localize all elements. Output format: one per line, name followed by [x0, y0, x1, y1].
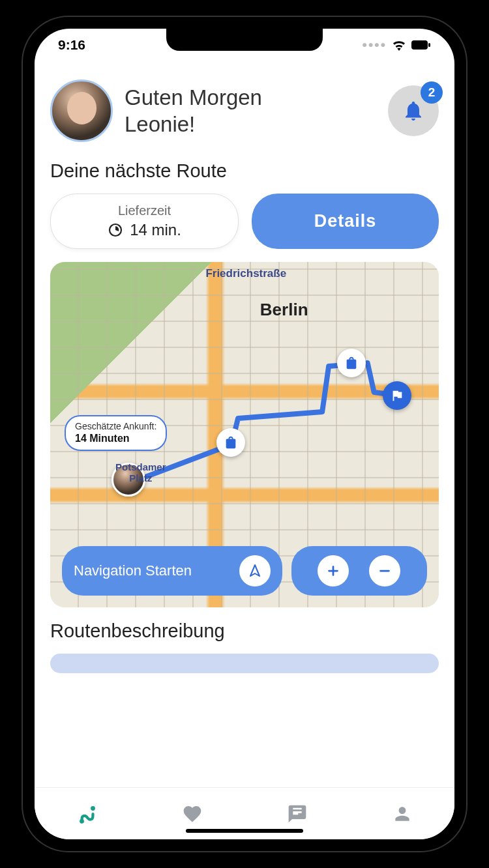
svg-rect-1	[428, 43, 430, 47]
zoom-controls	[291, 546, 427, 596]
delivery-time-label: Lieferzeit	[118, 203, 171, 218]
svg-rect-0	[411, 40, 428, 50]
map-stop-1[interactable]	[216, 428, 245, 457]
navigation-arrow-icon	[247, 563, 263, 579]
route-icon	[76, 803, 98, 825]
status-time: 9:16	[58, 37, 85, 53]
chat-icon	[287, 803, 308, 824]
route-description-title: Routenbeschreibung	[50, 620, 439, 642]
map-destination[interactable]	[383, 381, 411, 410]
header-row: Guten Morgen Leonie! 2	[50, 80, 439, 142]
details-button[interactable]: Details	[252, 194, 439, 249]
greeting-line1: Guten Morgen	[125, 85, 262, 109]
eta-label: Geschätzte Ankunft:	[75, 420, 156, 432]
details-button-label: Details	[314, 211, 377, 231]
minus-icon	[378, 564, 392, 578]
tab-profile[interactable]	[389, 801, 415, 827]
greeting-text: Guten Morgen Leonie!	[125, 84, 376, 138]
tab-favorites[interactable]	[179, 801, 205, 827]
bag-icon	[344, 356, 359, 370]
person-icon	[392, 803, 413, 824]
start-navigation-button[interactable]: Navigation Starten	[62, 546, 282, 596]
flag-icon	[390, 388, 404, 403]
tab-messages[interactable]	[284, 801, 310, 827]
home-indicator[interactable]	[186, 829, 303, 833]
svg-point-4	[91, 806, 95, 811]
cellular-dots-icon: ••••	[363, 37, 387, 53]
main-content: Guten Morgen Leonie! 2 Deine nächste Rou…	[35, 68, 454, 787]
clock-icon	[108, 222, 123, 238]
nav-arrow-circle	[239, 555, 271, 586]
plus-icon	[326, 564, 340, 578]
user-avatar[interactable]	[50, 80, 113, 142]
wifi-icon	[392, 39, 406, 51]
start-navigation-label: Navigation Starten	[74, 562, 192, 579]
screen: 9:16 •••• Guten Morgen Leonie! 2 Deine n…	[35, 29, 454, 839]
notification-badge: 2	[421, 81, 443, 104]
map-controls: Navigation Starten	[62, 546, 427, 596]
map-label-square: Potsdamer Platz	[115, 461, 166, 484]
notch	[166, 29, 323, 51]
battery-icon	[411, 40, 431, 50]
eta-bubble: Geschätzte Ankunft: 14 Minuten	[65, 415, 167, 451]
route-summary-row: Lieferzeit 14 min. Details	[50, 194, 439, 249]
route-description-card[interactable]	[50, 654, 439, 673]
greeting-line2: Leonie!	[125, 112, 195, 136]
zoom-out-button[interactable]	[369, 555, 400, 586]
phone-frame: 9:16 •••• Guten Morgen Leonie! 2 Deine n…	[23, 17, 466, 851]
notifications-button[interactable]: 2	[388, 85, 439, 136]
delivery-time-value: 14 min.	[130, 221, 181, 239]
svg-point-3	[80, 818, 84, 823]
route-map[interactable]: Friedrichstraße Berlin Geschätzte Ankunf…	[50, 262, 439, 607]
next-route-title: Deine nächste Route	[50, 160, 439, 182]
bag-icon	[224, 435, 238, 450]
tab-routes[interactable]	[74, 801, 100, 827]
bell-icon	[402, 99, 425, 123]
heart-icon	[182, 803, 203, 824]
zoom-in-button[interactable]	[318, 555, 349, 586]
delivery-time-pill: Lieferzeit 14 min.	[50, 194, 239, 249]
map-stop-2[interactable]	[337, 349, 366, 377]
status-icons: ••••	[363, 37, 431, 53]
eta-value: 14 Minuten	[75, 432, 156, 446]
